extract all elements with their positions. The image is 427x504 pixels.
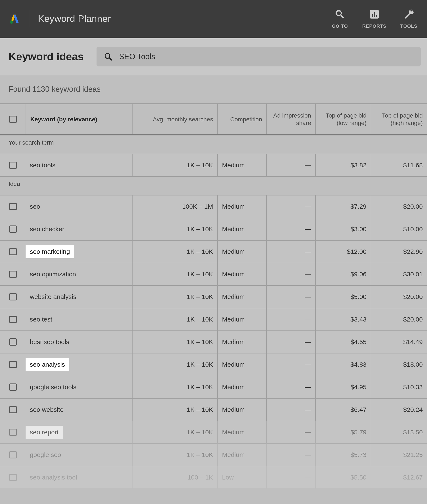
divider: [29, 10, 29, 27]
row-checkbox-cell: [0, 466, 26, 489]
row-checkbox-cell: [0, 421, 26, 443]
select-all-checkbox[interactable]: [9, 116, 17, 123]
col-avg-searches[interactable]: Avg. monthly searches: [132, 104, 217, 134]
cell-avg: 1K – 10K: [132, 286, 217, 308]
cell-bid-low: $3.82: [315, 154, 371, 176]
cell-ad-share: —: [266, 421, 315, 443]
row-checkbox[interactable]: [9, 406, 17, 413]
cell-avg: 100 – 1K: [132, 466, 217, 489]
nav-goto-label: GO TO: [332, 23, 348, 29]
section-search_term: Your search term: [0, 135, 427, 154]
cell-competition: Medium: [217, 354, 266, 376]
cell-bid-high: $18.00: [371, 354, 427, 376]
wrench-icon: [403, 8, 415, 20]
row-checkbox[interactable]: [9, 248, 17, 255]
search-box[interactable]: [97, 47, 421, 67]
table-row[interactable]: website analysis1K – 10KMedium—$5.00$20.…: [0, 286, 427, 308]
cell-bid-high: $21.25: [371, 444, 427, 466]
col-competition[interactable]: Competition: [217, 104, 266, 134]
cell-keyword: seo checker: [26, 218, 132, 240]
cell-competition: Medium: [217, 195, 266, 218]
nav-reports-label: REPORTS: [362, 23, 386, 29]
cell-ad-share: —: [266, 218, 315, 240]
row-checkbox[interactable]: [9, 429, 17, 436]
row-checkbox[interactable]: [9, 338, 17, 346]
table-row[interactable]: seo100K – 1MMedium—$7.29$20.00: [0, 195, 427, 218]
cell-bid-high: $20.00: [371, 286, 427, 308]
table-row[interactable]: seo analysis tool100 – 1KLow—$5.50$12.67: [0, 466, 427, 489]
section-idea: Idea: [0, 177, 427, 195]
search-input[interactable]: [119, 52, 413, 61]
row-checkbox[interactable]: [9, 271, 17, 278]
svg-rect-3: [374, 12, 375, 17]
row-checkbox-cell: [0, 331, 26, 353]
row-checkbox[interactable]: [9, 203, 17, 210]
cell-bid-high: $12.67: [371, 466, 427, 489]
cell-bid-high: $30.01: [371, 263, 427, 285]
cell-keyword: seo analysis: [26, 354, 132, 376]
row-checkbox-cell: [0, 263, 26, 285]
cell-keyword: seo report: [26, 421, 132, 443]
svg-point-0: [10, 21, 13, 24]
table-row[interactable]: seo checker1K – 10KMedium—$3.00$10.00: [0, 218, 427, 241]
cell-avg: 1K – 10K: [132, 218, 217, 240]
table-row[interactable]: best seo tools1K – 10KMedium—$4.55$14.49: [0, 331, 427, 354]
nav-tools[interactable]: TOOLS: [399, 8, 419, 29]
keyword-table: Keyword (by relevance) Avg. monthly sear…: [0, 104, 427, 489]
table-row[interactable]: seo tools1K – 10KMedium—$3.82$11.68: [0, 154, 427, 177]
nav-reports[interactable]: REPORTS: [365, 8, 384, 29]
cell-ad-share: —: [266, 241, 315, 263]
row-checkbox-cell: [0, 308, 26, 330]
row-checkbox[interactable]: [9, 162, 17, 169]
search-icon: [104, 52, 113, 61]
row-checkbox[interactable]: [9, 474, 17, 481]
cell-bid-low: $6.47: [315, 399, 371, 421]
table-row[interactable]: seo optimization1K – 10KMedium—$9.06$30.…: [0, 263, 427, 286]
table-row[interactable]: seo website1K – 10KMedium—$6.47$20.24: [0, 399, 427, 421]
col-bid-low[interactable]: Top of page bid (low range): [315, 104, 371, 134]
cell-competition: Medium: [217, 444, 266, 466]
cell-avg: 1K – 10K: [132, 354, 217, 376]
cell-ad-share: —: [266, 466, 315, 489]
cell-competition: Medium: [217, 331, 266, 353]
col-bid-high[interactable]: Top of page bid (high range): [371, 104, 427, 134]
col-keyword[interactable]: Keyword (by relevance): [26, 104, 132, 134]
cell-bid-high: $11.68: [371, 154, 427, 176]
row-checkbox-cell: [0, 154, 26, 176]
col-ad-share[interactable]: Ad impression share: [266, 104, 315, 134]
row-checkbox-cell: [0, 399, 26, 421]
cell-avg: 1K – 10K: [132, 376, 217, 398]
cell-bid-high: $10.00: [371, 218, 427, 240]
row-checkbox[interactable]: [9, 293, 17, 300]
section-label: Your search term: [0, 135, 427, 154]
row-checkbox[interactable]: [9, 316, 17, 323]
table-row[interactable]: seo report1K – 10KMedium—$5.79$13.50: [0, 421, 427, 444]
svg-line-6: [109, 58, 111, 60]
row-checkbox[interactable]: [9, 361, 17, 368]
row-checkbox[interactable]: [9, 451, 17, 459]
table-row[interactable]: google seo1K – 10KMedium—$5.73$21.25: [0, 444, 427, 466]
svg-rect-4: [376, 15, 377, 17]
row-checkbox[interactable]: [9, 225, 17, 233]
row-checkbox-cell: [0, 218, 26, 240]
cell-keyword: seo test: [26, 308, 132, 330]
table-row[interactable]: seo analysis1K – 10KMedium—$4.83$18.00: [0, 354, 427, 376]
cell-keyword: seo marketing: [26, 241, 132, 263]
cell-competition: Medium: [217, 421, 266, 443]
bar-chart-icon: [369, 8, 380, 20]
cell-avg: 1K – 10K: [132, 154, 217, 176]
table-row[interactable]: google seo tools1K – 10KMedium—$4.95$10.…: [0, 376, 427, 399]
table-row[interactable]: seo test1K – 10KMedium—$3.43$20.00: [0, 308, 427, 331]
search-icon: [334, 8, 346, 20]
row-checkbox-cell: [0, 354, 26, 376]
cell-avg: 1K – 10K: [132, 444, 217, 466]
cell-competition: Medium: [217, 154, 266, 176]
nav-goto[interactable]: GO TO: [330, 8, 350, 29]
row-checkbox-cell: [0, 195, 26, 218]
cell-bid-low: $4.55: [315, 331, 371, 353]
row-checkbox[interactable]: [9, 384, 17, 391]
cell-bid-high: $20.00: [371, 308, 427, 330]
table-row[interactable]: seo marketing1K – 10KMedium—$12.00$22.90: [0, 241, 427, 263]
table-header-row: Keyword (by relevance) Avg. monthly sear…: [0, 104, 427, 135]
cell-competition: Medium: [217, 308, 266, 330]
